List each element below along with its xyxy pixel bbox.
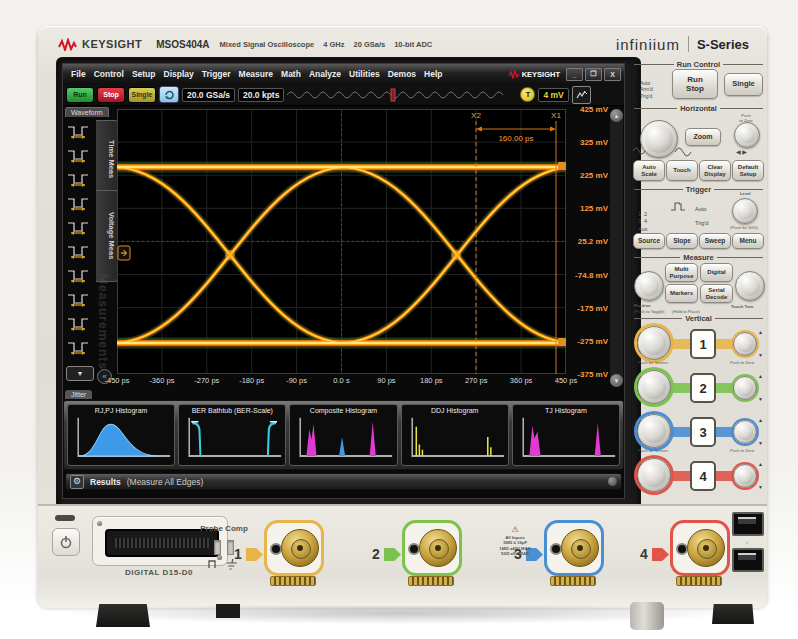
menu-item[interactable]: Utilities [349,69,380,79]
measurement-icon[interactable] [64,288,92,309]
power-button[interactable] [52,528,80,556]
sample-rate-field[interactable]: 20.0 GSa/s [182,88,235,102]
menu-item[interactable]: Demos [388,69,416,79]
pulse-icon [208,558,222,570]
zoom-button[interactable]: Zoom [685,128,721,146]
measurement-icon[interactable] [64,168,92,189]
channel-number-button[interactable]: 1 [690,329,716,359]
y-axis-label: 125 mV [568,204,608,213]
channel-number-button[interactable]: 4 [690,461,716,491]
vertical-scale-knob[interactable] [637,458,671,492]
measurement-icon[interactable] [64,336,92,357]
channel-number-button[interactable]: 2 [690,373,716,403]
vertical-offset-knob[interactable] [733,332,757,356]
more-measurements-button[interactable]: ▼ [66,366,94,381]
usb-port-top[interactable] [732,512,764,536]
horizontal-button[interactable]: Default Setup [732,160,764,181]
touch-turn-label: Touch Turn [731,304,753,309]
offset-up-arrow: ▲ [758,461,763,467]
close-button[interactable]: X [604,68,621,81]
vertical-offset-knob[interactable] [733,464,757,488]
measurement-icon[interactable] [64,216,92,237]
horizontal-button[interactable]: Touch [666,160,698,181]
measure-button[interactable]: Serial Decode [700,284,733,303]
measurement-icon[interactable] [64,264,92,285]
digital-connector-socket[interactable] [105,529,219,557]
trigger-position-marker[interactable] [391,89,395,101]
usb-port-bottom[interactable] [732,548,764,572]
timebase-position-indicator[interactable] [287,87,515,103]
bnc-connector[interactable] [419,529,457,567]
measurement-icon[interactable] [64,144,92,165]
jitter-tab[interactable]: Jitter [65,390,92,399]
composite-histogram-card[interactable]: Composite Histogram [289,404,397,466]
vertical-scrollbar[interactable] [610,109,623,387]
acquire-mode-icon[interactable] [159,86,179,103]
menu-item[interactable]: Trigger [202,69,231,79]
bnc-connector[interactable] [561,529,599,567]
scroll-down-button[interactable]: ▼ [610,374,623,387]
menu-item[interactable]: File [71,69,86,79]
status-handle[interactable] [608,477,617,486]
measure-button[interactable]: Digital [700,263,733,282]
bnc-ring [264,520,324,576]
measure-button[interactable]: Multi Purpose [665,263,698,282]
channel-number-button[interactable]: 3 [690,417,716,447]
run-stop-button[interactable]: Run Stop [672,69,718,99]
single-button-hw[interactable]: Single [724,73,763,96]
measure-position-knob[interactable] [634,271,664,301]
bnc-connector[interactable] [687,529,725,567]
vertical-offset-knob[interactable] [733,420,757,444]
menu-item[interactable]: Help [424,69,442,79]
touch-turn-knob[interactable] [735,271,765,301]
trigger-button[interactable]: Menu [732,233,764,249]
measurement-icon[interactable] [64,192,92,213]
probe-id-contacts [270,576,316,586]
rj-pj-histogram-card[interactable]: RJ,PJ Histogram [67,404,175,466]
memory-depth-field[interactable]: 20.0 kpts [238,88,284,102]
menu-item[interactable]: Math [281,69,301,79]
ddj-histogram-card[interactable]: DDJ Histogram [401,404,509,466]
probe-comp-terminal[interactable] [214,540,221,555]
gear-icon[interactable]: ⚙ [70,475,84,489]
bnc-connector[interactable] [281,529,319,567]
trigger-button[interactable]: Source [633,233,665,249]
scroll-up-button[interactable]: ▲ [610,109,623,122]
vertical-scale-knob[interactable] [637,414,671,448]
menu-item[interactable]: Measure [239,69,274,79]
menu-item[interactable]: Control [94,69,124,79]
stop-button[interactable]: Stop [97,87,125,103]
vertical-scale-knob[interactable] [637,326,671,360]
menu-item[interactable]: Display [164,69,194,79]
measurement-icon[interactable] [64,120,92,141]
measurement-icon[interactable] [64,240,92,261]
x-axis-label: -180 ps [239,376,264,385]
waveform-tab[interactable]: Waveform [65,107,109,117]
menu-item[interactable]: Setup [132,69,156,79]
measurement-icon[interactable] [64,312,92,333]
maximize-button[interactable]: ❐ [585,68,602,81]
trigger-level-knob[interactable] [732,198,758,224]
vertical-offset-knob[interactable] [733,376,757,400]
horizontal-button[interactable]: Clear Display [699,160,731,181]
probe-comp-terminal[interactable] [227,540,234,555]
tj-histogram-card[interactable]: TJ Histogram [512,404,620,466]
results-label[interactable]: Results [90,477,121,487]
marker-handle-icon[interactable] [118,246,130,260]
tab-time-meas[interactable]: Time Meas [96,120,118,198]
trigger-level-field[interactable]: 4 mV [538,88,568,102]
menu-item[interactable]: Analyze [309,69,341,79]
trigger-condition-icon[interactable] [572,86,591,104]
single-button[interactable]: Single [128,87,156,103]
horizontal-button[interactable]: Auto Scale [633,160,665,181]
trigger-button[interactable]: Slope [666,233,698,249]
push-zero-note: Push to Zero [730,448,754,453]
ber-bathtub-card[interactable]: BER Bathtub (BER-Scale) [178,404,286,466]
tab-voltage-meas[interactable]: Voltage Meas [96,190,118,282]
run-button[interactable]: Run [66,87,94,103]
measure-button[interactable]: Markers [665,284,698,303]
minimize-button[interactable]: _ [566,68,583,81]
horizontal-position-knob[interactable] [734,122,760,148]
vertical-scale-knob[interactable] [637,370,671,404]
trigger-button[interactable]: Sweep [699,233,731,249]
